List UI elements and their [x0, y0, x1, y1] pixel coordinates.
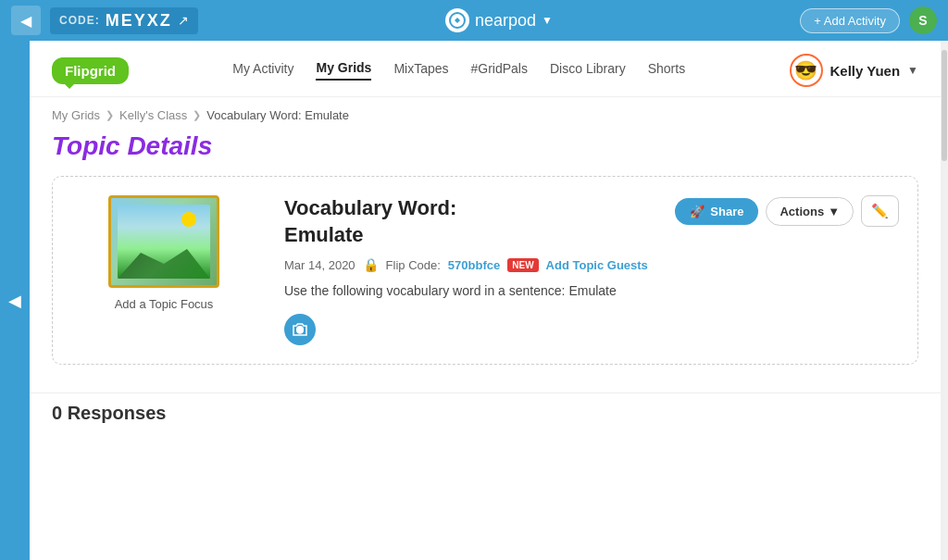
- topic-description: Use the following vocabulary word in a s…: [284, 281, 899, 301]
- breadcrumb-sep-2: ❯: [193, 109, 201, 121]
- frame-sun: [181, 212, 196, 227]
- nearpod-logo-icon: [445, 8, 469, 32]
- topic-actions: 🚀 Share Actions ▼ ✏️: [675, 195, 899, 227]
- back-button[interactable]: ◀: [11, 6, 41, 35]
- topic-image-area: Add a Topic Focus: [71, 195, 256, 311]
- topic-details: Vocabulary Word: Emulate 🚀 Share Actions…: [284, 195, 899, 345]
- breadcrumb: My Grids ❯ Kelly's Class ❯ Vocabulary Wo…: [30, 97, 941, 128]
- breadcrumb-my-grids[interactable]: My Grids: [52, 108, 100, 122]
- nav-link-mixtapes[interactable]: MixTapes: [393, 61, 448, 80]
- topic-icon-row: [284, 314, 899, 345]
- topic-header: Vocabulary Word: Emulate 🚀 Share Actions…: [284, 195, 899, 248]
- actions-button[interactable]: Actions ▼: [766, 197, 854, 226]
- add-topic-guests-link[interactable]: Add Topic Guests: [546, 258, 648, 272]
- flipgrid-logo: Flipgrid: [52, 57, 129, 84]
- nav-user[interactable]: 😎 Kelly Yuen ▼: [790, 54, 918, 87]
- user-dropdown-icon[interactable]: ▼: [907, 64, 918, 77]
- pencil-icon: ✏️: [871, 203, 889, 218]
- topic-title: Vocabulary Word: Emulate: [284, 195, 456, 248]
- topic-date: Mar 14, 2020: [284, 258, 356, 272]
- user-avatar-emoji: 😎: [790, 54, 823, 87]
- nav-link-shorts[interactable]: Shorts: [648, 61, 685, 80]
- left-collapse-tab[interactable]: ◀: [0, 41, 30, 560]
- user-name: Kelly Yuen: [830, 63, 901, 79]
- nav-links: My Activity My Grids MixTapes #GridPals …: [232, 60, 685, 81]
- nearpod-dropdown-icon[interactable]: ▼: [542, 14, 553, 27]
- responses-label: 0 Responses: [52, 403, 166, 423]
- edit-button[interactable]: ✏️: [861, 195, 899, 227]
- code-label: CODE:: [59, 14, 100, 27]
- topic-card: Add a Topic Focus Vocabulary Word: Emula…: [52, 176, 918, 365]
- add-activity-button[interactable]: + Add Activity: [800, 8, 900, 33]
- nearpod-logo-text: nearpod: [475, 11, 536, 31]
- share-label: Share: [710, 205, 743, 218]
- scrollbar-thumb[interactable]: [942, 50, 947, 161]
- frame-mountain: [118, 242, 210, 279]
- left-arrow-icon: ◀: [8, 291, 21, 311]
- actions-label: Actions: [780, 205, 824, 218]
- flip-code-label: Flip Code:: [386, 258, 441, 272]
- topic-image-frame[interactable]: [108, 195, 219, 288]
- nearpod-logo-area: nearpod ▼: [445, 8, 553, 32]
- topic-title-line2: Emulate: [284, 223, 364, 246]
- nav-link-gridpals[interactable]: #GridPals: [471, 61, 528, 80]
- actions-dropdown-icon: ▼: [828, 205, 840, 218]
- topic-image-label: Add a Topic Focus: [71, 297, 256, 311]
- nearpod-bar-right: + Add Activity S: [800, 6, 937, 34]
- scrollbar-track[interactable]: [941, 41, 948, 560]
- frame-inner: [118, 205, 210, 279]
- breadcrumb-sep-1: ❯: [106, 109, 114, 121]
- breadcrumb-current: Vocabulary Word: Emulate: [206, 108, 349, 122]
- flip-code-link[interactable]: 570bbfce: [448, 258, 500, 272]
- lock-icon: 🔒: [363, 257, 379, 272]
- flipgrid-nav: Flipgrid My Activity My Grids MixTapes #…: [30, 41, 941, 97]
- breadcrumb-kellys-class[interactable]: Kelly's Class: [119, 108, 187, 122]
- flipgrid-content-area: Flipgrid My Activity My Grids MixTapes #…: [30, 41, 941, 560]
- code-section: CODE: MEYXZ ↗: [50, 7, 198, 34]
- nearpod-bar-left: ◀ CODE: MEYXZ ↗: [11, 6, 198, 35]
- responses-section: 0 Responses: [30, 392, 941, 433]
- nearpod-bar: ◀ CODE: MEYXZ ↗ nearpod ▼ + Add Activity…: [0, 0, 948, 41]
- page-title: Topic Details: [30, 128, 941, 176]
- share-code-icon[interactable]: ↗: [178, 13, 189, 28]
- nav-link-my-grids[interactable]: My Grids: [316, 60, 371, 81]
- new-badge: NEW: [507, 258, 538, 272]
- topic-meta: Mar 14, 2020 🔒 Flip Code: 570bbfce NEW A…: [284, 257, 899, 272]
- share-button[interactable]: 🚀 Share: [675, 198, 758, 225]
- content-section: Add a Topic Focus Vocabulary Word: Emula…: [30, 176, 941, 383]
- user-avatar: S: [909, 6, 937, 34]
- rocket-icon: 🚀: [690, 205, 705, 218]
- topic-title-line1: Vocabulary Word:: [284, 196, 456, 219]
- code-value: MEYXZ: [106, 11, 172, 31]
- nav-link-disco-library[interactable]: Disco Library: [550, 61, 626, 80]
- nav-link-my-activity[interactable]: My Activity: [232, 61, 293, 80]
- topic-feature-icon-camera: [284, 314, 316, 345]
- main-wrapper: ◀ Flipgrid My Activity My Grids MixTapes…: [0, 41, 948, 560]
